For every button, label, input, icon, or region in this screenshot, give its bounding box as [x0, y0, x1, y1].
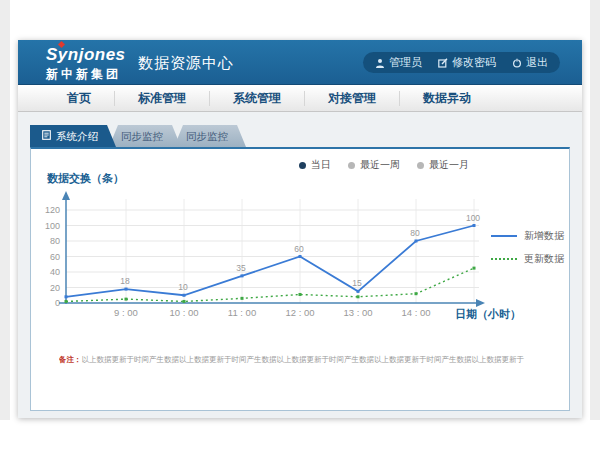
- svg-text:14 : 00: 14 : 00: [401, 307, 430, 318]
- tab-bar: 系统介绍 同步监控 同步监控: [30, 125, 246, 147]
- app-header: Synjones 新中新集团 数据资源中心 管理员 修改密码: [18, 40, 582, 85]
- document-icon: [42, 125, 51, 147]
- user-icon: [375, 58, 385, 68]
- tab-label: 系统介绍: [56, 125, 98, 147]
- change-password-button[interactable]: 修改密码: [438, 55, 496, 70]
- svg-text:80: 80: [410, 228, 420, 238]
- svg-text:10: 10: [178, 282, 188, 292]
- note-prefix: 备注：: [59, 355, 82, 364]
- nav-item-data-change[interactable]: 数据异动: [400, 91, 494, 106]
- tab-sync-monitor-1[interactable]: 同步监控: [109, 125, 181, 147]
- svg-text:18: 18: [120, 276, 130, 286]
- svg-text:13 : 00: 13 : 00: [343, 307, 372, 318]
- user-toolbar: 管理员 修改密码 退出: [363, 52, 560, 73]
- legend-item-updated-data[interactable]: 更新数据: [491, 252, 564, 266]
- svg-text:40: 40: [50, 267, 60, 277]
- svg-text:15: 15: [352, 278, 362, 288]
- svg-text:60: 60: [50, 252, 60, 262]
- legend-item-new-data[interactable]: 新增数据: [491, 229, 564, 243]
- change-password-label: 修改密码: [452, 55, 496, 70]
- chart-panel: 当日 最近一周 最近一月 数据交换（条） 0204060801001209 : …: [30, 147, 570, 411]
- svg-text:80: 80: [50, 236, 60, 246]
- brand-logo-subtext: 新中新集团: [46, 66, 126, 83]
- svg-text:35: 35: [236, 263, 246, 273]
- page-title: 数据资源中心: [138, 54, 234, 73]
- logout-label: 退出: [526, 55, 548, 70]
- legend-label: 更新数据: [524, 252, 564, 266]
- logo-wordmark: Synjones: [46, 45, 126, 64]
- legend-label: 新增数据: [524, 229, 564, 243]
- main-nav: 首页 标准管理 系统管理 对接管理 数据异动: [18, 85, 582, 112]
- brand-logo: Synjones 新中新集团: [46, 45, 126, 83]
- tab-label: 同步监控: [121, 125, 163, 147]
- logout-button[interactable]: 退出: [512, 55, 548, 70]
- dotted-line-swatch: [491, 258, 517, 260]
- current-user-label: 管理员: [389, 55, 422, 70]
- tab-label: 同步监控: [186, 125, 228, 147]
- note-text: 以上数据更新于时间产生数据以上数据更新于时间产生数据以上数据更新于时间产生数据以…: [82, 355, 525, 364]
- nav-item-home[interactable]: 首页: [44, 91, 115, 106]
- svg-text:120: 120: [45, 205, 60, 215]
- svg-text:10 : 00: 10 : 00: [169, 307, 198, 318]
- svg-text:100: 100: [45, 221, 60, 231]
- edit-icon: [438, 58, 448, 68]
- app-window: Synjones 新中新集团 数据资源中心 管理员 修改密码: [18, 40, 582, 418]
- svg-text:12 : 00: 12 : 00: [285, 307, 314, 318]
- nav-item-standard-mgmt[interactable]: 标准管理: [115, 91, 210, 106]
- content-area: 系统介绍 同步监控 同步监控 当日 最近一周: [18, 112, 582, 417]
- nav-item-interface-mgmt[interactable]: 对接管理: [305, 91, 400, 106]
- tab-sync-monitor-2[interactable]: 同步监控: [174, 125, 246, 147]
- power-icon: [512, 58, 522, 68]
- svg-text:60: 60: [294, 244, 304, 254]
- page-edge-left: [0, 0, 10, 420]
- page-edge-right: [590, 0, 600, 420]
- footer-note: 备注：以上数据更新于时间产生数据以上数据更新于时间产生数据以上数据更新于时间产生…: [59, 355, 555, 365]
- svg-text:9 : 00: 9 : 00: [114, 307, 138, 318]
- x-axis-title: 日期（小时）: [455, 307, 521, 322]
- tab-system-intro[interactable]: 系统介绍: [30, 125, 116, 147]
- screenshot-stage: Synjones 新中新集团 数据资源中心 管理员 修改密码: [0, 0, 600, 450]
- svg-text:11 : 00: 11 : 00: [228, 307, 256, 318]
- current-user-button[interactable]: 管理员: [375, 55, 422, 70]
- nav-item-system-mgmt[interactable]: 系统管理: [210, 91, 305, 106]
- svg-text:20: 20: [50, 283, 60, 293]
- exchange-line-chart: 0204060801001209 : 0010 : 0011 : 0012 : …: [31, 149, 571, 412]
- svg-text:100: 100: [466, 213, 480, 223]
- brand-logo-text: Synjones: [46, 45, 126, 65]
- solid-line-swatch: [491, 235, 517, 237]
- chart-legend: 新增数据 更新数据: [491, 229, 564, 275]
